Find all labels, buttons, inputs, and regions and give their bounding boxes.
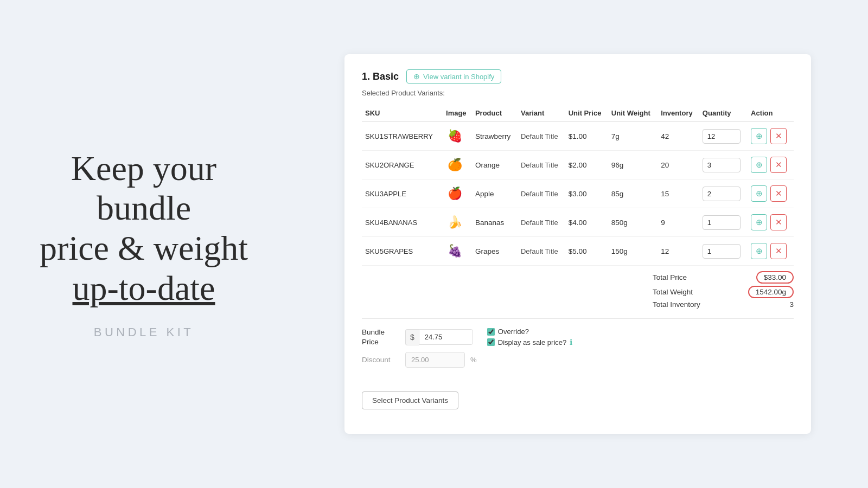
display-sale-checkbox[interactable] <box>487 338 495 346</box>
globe-action-button[interactable]: ⊕ <box>751 128 767 144</box>
product-emoji: 🍓 <box>446 127 463 145</box>
delete-action-button[interactable]: ✕ <box>770 128 787 144</box>
product-emoji: 🍎 <box>446 185 463 202</box>
cell-inventory: 42 <box>658 122 699 151</box>
cell-weight: 850g <box>608 208 658 237</box>
cell-price: $3.00 <box>565 179 608 208</box>
bundle-price-input-group: $ <box>405 329 473 345</box>
cell-image: 🍎 <box>443 179 472 208</box>
card-header: 1. Basic ⊕ View variant in Shopify <box>362 69 794 84</box>
quantity-input-4[interactable] <box>703 244 741 259</box>
total-price-row: Total Price $33.00 <box>653 271 794 284</box>
cell-price: $5.00 <box>565 237 608 266</box>
action-cell: ⊕ ✕ <box>751 157 790 173</box>
total-weight-label: Total Weight <box>653 288 693 296</box>
cell-variant: Default Title <box>518 208 565 237</box>
col-unit-weight: Unit Weight <box>608 105 658 122</box>
product-emoji: 🍊 <box>446 156 463 174</box>
cell-quantity <box>699 237 748 266</box>
col-product: Product <box>472 105 518 122</box>
delete-action-button[interactable]: ✕ <box>770 243 787 259</box>
select-variants-button[interactable]: Select Product Variants <box>362 391 458 409</box>
view-variant-button[interactable]: ⊕ View variant in Shopify <box>406 69 501 84</box>
total-price-label: Total Price <box>653 273 687 281</box>
bundle-price-input[interactable] <box>419 329 473 345</box>
cell-product: Bananas <box>472 208 518 237</box>
cell-sku: SKU1STRAWBERRY <box>362 122 443 151</box>
table-row: SKU4BANANAS 🍌 Bananas Default Title $4.0… <box>362 208 794 237</box>
cell-weight: 85g <box>608 179 658 208</box>
select-variants-section: Select Product Variants <box>362 380 794 409</box>
bundle-price-label: Bundle Price <box>362 328 400 346</box>
quantity-input-3[interactable] <box>703 215 741 230</box>
delete-action-button[interactable]: ✕ <box>770 157 787 173</box>
total-inventory-row: Total Inventory 3 <box>653 300 794 309</box>
table-row: SKU1STRAWBERRY 🍓 Strawberry Default Titl… <box>362 122 794 151</box>
headline-line1: Keep your bundle <box>71 149 216 228</box>
cell-quantity <box>699 179 748 208</box>
total-inventory-value: 3 <box>789 300 794 309</box>
discount-label: Discount <box>362 356 400 364</box>
selected-label: Selected Product Variants: <box>362 89 794 97</box>
totals-section: Total Price $33.00 Total Weight 1542.00g… <box>362 271 794 309</box>
quantity-input-2[interactable] <box>703 187 741 201</box>
delete-action-button[interactable]: ✕ <box>770 185 787 202</box>
cell-variant: Default Title <box>518 179 565 208</box>
delete-action-button[interactable]: ✕ <box>770 214 787 230</box>
action-cell: ⊕ ✕ <box>751 128 790 144</box>
cell-action: ⊕ ✕ <box>748 179 794 208</box>
info-icon[interactable]: ℹ <box>570 338 572 346</box>
table-row: SKU5GRAPES 🍇 Grapes Default Title $5.00 … <box>362 237 794 266</box>
cell-sku: SKU4BANANAS <box>362 208 443 237</box>
cell-weight: 150g <box>608 237 658 266</box>
headline-line3: up-to-date <box>73 269 215 307</box>
col-variant: Variant <box>518 105 565 122</box>
cell-variant: Default Title <box>518 122 565 151</box>
cell-quantity <box>699 151 748 179</box>
cell-image: 🍓 <box>443 122 472 151</box>
cell-inventory: 20 <box>658 151 699 179</box>
cell-action: ⊕ ✕ <box>748 122 794 151</box>
cell-sku: SKU2ORANGE <box>362 151 443 179</box>
view-variant-label: View variant in Shopify <box>423 73 494 81</box>
cell-price: $1.00 <box>565 122 608 151</box>
override-checkbox[interactable] <box>487 328 495 336</box>
override-group: Override? Display as sale price? ℹ <box>487 328 572 346</box>
col-image: Image <box>443 105 472 122</box>
total-inventory-label: Total Inventory <box>653 300 700 309</box>
quantity-input-1[interactable] <box>703 158 741 172</box>
cell-price: $4.00 <box>565 208 608 237</box>
display-sale-row: Display as sale price? ℹ <box>487 338 572 346</box>
right-panel: 1. Basic ⊕ View variant in Shopify Selec… <box>288 0 868 488</box>
discount-input[interactable] <box>405 352 465 368</box>
col-sku: SKU <box>362 105 443 122</box>
product-emoji: 🍇 <box>446 242 463 260</box>
cell-action: ⊕ ✕ <box>748 151 794 179</box>
cell-product: Orange <box>472 151 518 179</box>
globe-action-button[interactable]: ⊕ <box>751 243 767 259</box>
main-card: 1. Basic ⊕ View variant in Shopify Selec… <box>344 54 811 434</box>
section-name: Basic <box>373 71 399 82</box>
table-row: SKU3APPLE 🍎 Apple Default Title $3.00 85… <box>362 179 794 208</box>
cell-inventory: 15 <box>658 179 699 208</box>
cell-image: 🍌 <box>443 208 472 237</box>
bundle-price-row: Bundle Price $ Override? Display as sale… <box>362 328 794 346</box>
globe-icon: ⊕ <box>413 72 420 81</box>
action-cell: ⊕ ✕ <box>751 185 790 202</box>
override-row: Override? <box>487 328 572 336</box>
cell-weight: 7g <box>608 122 658 151</box>
globe-action-button[interactable]: ⊕ <box>751 157 767 173</box>
quantity-input-0[interactable] <box>703 129 741 144</box>
cell-image: 🍊 <box>443 151 472 179</box>
cell-variant: Default Title <box>518 151 565 179</box>
bundle-section: Bundle Price $ Override? Display as sale… <box>362 318 794 368</box>
globe-action-button[interactable]: ⊕ <box>751 185 767 202</box>
col-inventory: Inventory <box>658 105 699 122</box>
total-price-value: $33.00 <box>756 271 794 284</box>
table-header-row: SKU Image Product Variant Unit Price Uni… <box>362 105 794 122</box>
cell-image: 🍇 <box>443 237 472 266</box>
section-number: 1. <box>362 71 370 82</box>
display-sale-label: Display as sale price? <box>498 338 566 346</box>
cell-variant: Default Title <box>518 237 565 266</box>
globe-action-button[interactable]: ⊕ <box>751 214 767 230</box>
